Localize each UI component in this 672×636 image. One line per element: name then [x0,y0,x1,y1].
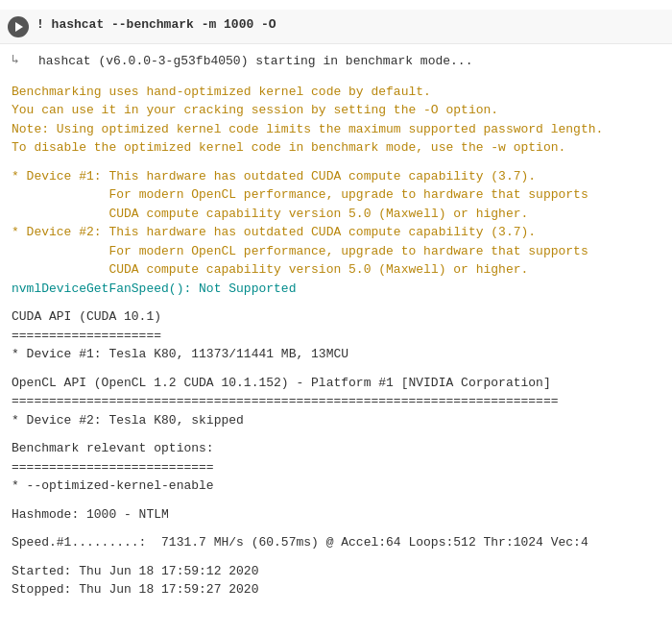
terminal-container: ! hashcat --benchmark -m 1000 -O ↳ hashc… [0,0,672,636]
yellow-line-3: Note: Using optimized kernel code limits… [12,120,660,139]
command-text: ! hashcat --benchmark -m 1000 -O [36,15,276,35]
starting-line-content: hashcat (v6.0.0-3-g53fb4050) starting in… [38,52,660,71]
device-line-5: For modern OpenCL performance, upgrade t… [12,242,660,261]
benchmark-line-2: =========================== [12,458,660,477]
run-button[interactable] [8,16,29,37]
benchmark-line-3: * --optimized-kernel-enable [12,477,660,496]
speed-line: Speed.#1.........: 7131.7 MH/s (60.57ms)… [12,533,660,552]
device-line-4: * Device #2: This hardware has outdated … [12,223,660,242]
yellow-line-1: Benchmarking uses hand-optimized kernel … [12,83,660,102]
cuda-line-3: * Device #1: Tesla K80, 11373/11441 MB, … [12,345,660,364]
stopped-line: Stopped: Thu Jun 18 17:59:27 2020 [12,580,660,599]
starting-line: hashcat (v6.0.0-3-g53fb4050) starting in… [38,52,660,71]
opencl-line-3: * Device #2: Tesla K80, skipped [12,411,660,430]
device-line-1: * Device #1: This hardware has outdated … [12,167,660,186]
hashmode-line: Hashmode: 1000 - NTLM [12,505,660,525]
device-line-3: CUDA compute capability version 5.0 (Max… [12,205,660,224]
benchmark-line-1: Benchmark relevant options: [12,439,660,458]
opencl-line-2: ========================================… [12,392,660,411]
output-section: ↳ hashcat (v6.0.0-3-g53fb4050) starting … [0,44,672,607]
cuda-line-1: CUDA API (CUDA 10.1) [12,307,660,327]
prompt-icon: ↳ [12,52,31,67]
started-line: Started: Thu Jun 18 17:59:12 2020 [12,562,660,581]
yellow-line-4: To disable the optimized kernel code in … [12,138,660,158]
play-icon [15,22,23,32]
starting-line-row: ↳ hashcat (v6.0.0-3-g53fb4050) starting … [12,52,660,71]
opencl-line-1: OpenCL API (OpenCL 1.2 CUDA 10.1.152) - … [12,374,660,393]
device-line-2: For modern OpenCL performance, upgrade t… [12,185,660,205]
command-row[interactable]: ! hashcat --benchmark -m 1000 -O [0,10,672,44]
yellow-line-2: You can use it in your cracking session … [12,101,660,120]
device-line-6: CUDA compute capability version 5.0 (Max… [12,260,660,280]
cuda-line-2: ==================== [12,327,660,346]
nvml-line: nvmlDeviceGetFanSpeed(): Not Supported [12,280,660,299]
